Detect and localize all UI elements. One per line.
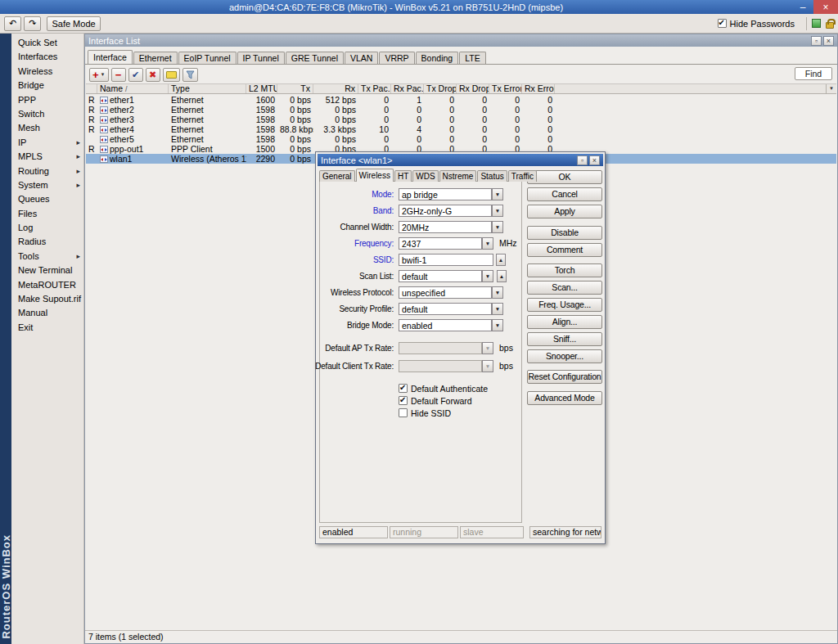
tab-ip-tunnel[interactable]: IP Tunnel — [237, 52, 285, 64]
advanced-mode-button[interactable]: Advanced Mode — [527, 391, 602, 405]
maximize-icon[interactable]: ▫ — [577, 155, 588, 165]
sidebar-item-mpls[interactable]: MPLS▸ — [11, 150, 83, 164]
tab-vlan[interactable]: VLAN — [345, 52, 378, 64]
back-button[interactable]: ↶ — [4, 16, 21, 31]
rx-column-header[interactable]: Rx — [313, 84, 358, 93]
sidebar-item-bridge[interactable]: Bridge — [11, 79, 83, 92]
tx-drops-column-header[interactable]: Tx Drops — [424, 84, 457, 93]
tab-interface[interactable]: Interface — [88, 50, 133, 64]
reset-configuration-button[interactable]: Reset Configuration — [527, 370, 602, 384]
sidebar-item-interfaces[interactable]: Interfaces — [11, 50, 83, 64]
tab-vrrp[interactable]: VRRP — [379, 52, 414, 64]
cancel-button[interactable]: Cancel — [527, 187, 602, 201]
frequency-input[interactable] — [399, 237, 482, 250]
close-icon[interactable]: × — [589, 155, 600, 165]
chevron-down-icon[interactable]: ▼ — [492, 286, 503, 299]
flag-column-header[interactable] — [86, 84, 97, 93]
default-forward-checkbox[interactable]: Default Forward — [399, 395, 472, 406]
ok-button[interactable]: OK — [527, 170, 602, 184]
chevron-down-icon[interactable]: ▼ — [492, 188, 503, 200]
tab-lte[interactable]: LTE — [459, 52, 485, 64]
table-row[interactable]: R ether3 Ethernet 1598 0 bps 0 bps 0 0 0… — [86, 115, 836, 124]
type-column-header[interactable]: Type — [169, 84, 246, 93]
safe-mode-button[interactable]: Safe Mode — [47, 16, 100, 31]
comment-button[interactable] — [163, 68, 180, 82]
sidebar-item-radius[interactable]: Radius — [11, 235, 83, 249]
comment-button[interactable]: Comment — [527, 243, 602, 257]
default-authenticate-checkbox[interactable]: Default Authenticate — [399, 383, 488, 394]
remove-button[interactable]: − — [111, 68, 126, 82]
tab-nstreme[interactable]: Nstreme — [439, 170, 477, 182]
maximize-icon[interactable]: ▫ — [811, 36, 822, 46]
rx-drops-column-header[interactable]: Rx Drops — [457, 84, 489, 93]
sidebar-item-metarouter[interactable]: MetaROUTER — [11, 278, 83, 292]
torch-button[interactable]: Torch — [527, 263, 602, 277]
sidebar-item-system[interactable]: System▸ — [11, 178, 83, 192]
sidebar-item-switch[interactable]: Switch — [11, 107, 83, 121]
tab-bonding[interactable]: Bonding — [416, 52, 459, 64]
tab-general[interactable]: General — [319, 170, 355, 182]
sidebar-item-files[interactable]: Files — [11, 207, 83, 221]
apply-button[interactable]: Apply — [527, 205, 602, 218]
channel-width-input[interactable] — [399, 221, 492, 233]
tab-gre-tunnel[interactable]: GRE Tunnel — [286, 52, 344, 64]
close-button[interactable]: × — [813, 0, 838, 14]
rx-packet-column-header[interactable]: Rx Pac... — [391, 84, 424, 93]
collapse-arrow-icon[interactable]: ▲ — [496, 254, 506, 266]
mode-input[interactable] — [399, 188, 492, 200]
table-row[interactable]: R ether2 Ethernet 1598 0 bps 0 bps 0 0 0… — [86, 105, 836, 115]
security-profile-input[interactable] — [399, 303, 492, 315]
chevron-down-icon[interactable]: ▼ — [482, 237, 493, 250]
collapse-arrow-icon[interactable]: ▲ — [497, 270, 507, 282]
sidebar-item-new-terminal[interactable]: New Terminal — [11, 263, 83, 277]
sidebar-item-log[interactable]: Log — [11, 221, 83, 235]
sidebar-item-tools[interactable]: Tools▸ — [11, 250, 83, 263]
sidebar-item-make-supout[interactable]: Make Supout.rif — [11, 292, 83, 306]
sidebar-item-ip[interactable]: IP▸ — [11, 136, 83, 150]
chevron-down-icon[interactable]: ▼ — [482, 270, 493, 282]
minimize-button[interactable]: – — [792, 0, 813, 14]
sidebar-item-wireless[interactable]: Wireless — [11, 65, 83, 79]
bridge-mode-input[interactable] — [399, 319, 492, 331]
sidebar-item-mesh[interactable]: Mesh — [11, 121, 83, 135]
chevron-down-icon[interactable]: ▼ — [492, 205, 503, 217]
chevron-down-icon[interactable]: ▼ — [492, 303, 503, 315]
l2mtu-column-header[interactable]: L2 MTU — [246, 84, 277, 93]
name-column-header[interactable]: Name / — [97, 84, 169, 93]
scan-button[interactable]: Scan... — [527, 281, 602, 295]
tab-eoip-tunnel[interactable]: EoIP Tunnel — [178, 52, 237, 64]
scan-list-input[interactable] — [399, 270, 482, 282]
chevron-down-icon[interactable]: ▼ — [492, 319, 503, 331]
table-row[interactable]: R ether4 Ethernet 1598 88.8 kbps 3.3 kbp… — [86, 124, 836, 134]
tx-packet-column-header[interactable]: Tx Pac... — [358, 84, 391, 93]
tab-ethernet[interactable]: Ethernet — [133, 52, 178, 64]
close-icon[interactable]: × — [823, 36, 834, 46]
tab-wireless[interactable]: Wireless — [356, 169, 394, 182]
disable-button[interactable]: Disable — [527, 226, 602, 240]
tx-column-header[interactable]: Tx — [277, 84, 313, 93]
enable-button[interactable]: ✔ — [128, 68, 143, 82]
ssid-input[interactable] — [399, 254, 493, 266]
sidebar-item-routing[interactable]: Routing▸ — [11, 164, 83, 178]
hide-ssid-checkbox[interactable]: Hide SSID — [399, 408, 451, 418]
freq-usage-button[interactable]: Freq. Usage... — [527, 298, 602, 312]
sidebar-item-queues[interactable]: Queues — [11, 192, 83, 206]
dialog-titlebar[interactable]: Interface <wlan1> ▫ × — [318, 154, 603, 166]
tab-wds[interactable]: WDS — [412, 170, 438, 182]
table-row[interactable]: ether5 Ethernet 1598 0 bps 0 bps 0 0 0 0… — [86, 134, 836, 144]
disable-button[interactable]: ✖ — [146, 68, 160, 82]
tab-traffic[interactable]: Traffic — [508, 170, 537, 182]
sidebar-item-quick-set[interactable]: Quick Set — [11, 36, 83, 50]
align-button[interactable]: Align... — [527, 315, 602, 329]
find-button[interactable]: Find — [795, 67, 832, 80]
column-selector-button[interactable]: ▼ — [826, 84, 836, 94]
band-input[interactable] — [399, 205, 492, 217]
hide-passwords-checkbox[interactable]: Hide Passwords — [718, 19, 795, 29]
forward-button[interactable]: ↷ — [24, 16, 41, 31]
tab-status[interactable]: Status — [477, 170, 507, 182]
table-row[interactable]: R ether1 Ethernet 1600 0 bps 512 bps 0 1… — [86, 95, 836, 105]
sidebar-item-exit[interactable]: Exit — [11, 321, 83, 335]
tab-ht[interactable]: HT — [394, 170, 412, 182]
chevron-down-icon[interactable]: ▼ — [492, 221, 503, 233]
sniff-button[interactable]: Sniff... — [527, 332, 602, 346]
